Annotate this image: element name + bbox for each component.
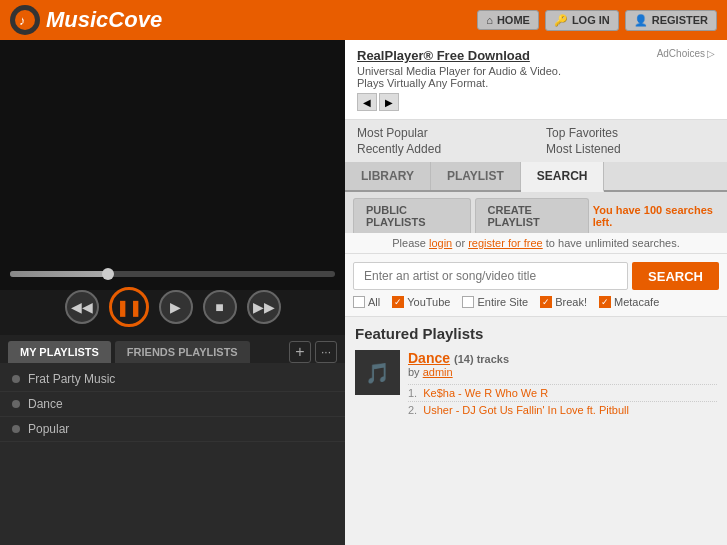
- playlist-by: by admin: [408, 366, 717, 378]
- login-button[interactable]: 🔑 LOG IN: [545, 10, 619, 31]
- filter-metacafe[interactable]: Metacafe: [599, 296, 659, 308]
- recently-added-link[interactable]: Recently Added: [357, 142, 526, 156]
- list-item[interactable]: Dance: [0, 392, 345, 417]
- controls: ◀◀ ❚❚ ▶ ■ ▶▶: [65, 281, 281, 335]
- youtube-label: YouTube: [407, 296, 450, 308]
- pause-icon: ❚❚: [116, 298, 142, 317]
- sub-tabs: PUBLIC PLAYLISTS CREATE PLAYLIST You hav…: [345, 192, 727, 233]
- main: ◀◀ ❚❚ ▶ ■ ▶▶ MY PLAYLISTS FRIENDS: [0, 40, 727, 545]
- by-label: by: [408, 366, 420, 378]
- register-button[interactable]: 👤 REGISTER: [625, 10, 717, 31]
- track-title: Usher - DJ Got Us Fallin' In Love ft. Pi…: [423, 404, 629, 416]
- playlist-name-link[interactable]: Dance: [408, 350, 450, 366]
- search-tab[interactable]: SEARCH: [521, 162, 605, 192]
- ad-title[interactable]: RealPlayer® Free Download: [357, 48, 647, 63]
- ad-nav: ◀ ▶: [357, 93, 647, 111]
- playlist-tabs: MY PLAYLISTS FRIENDS PLAYLISTS + ···: [0, 335, 345, 363]
- entire-site-label: Entire Site: [477, 296, 528, 308]
- playlist-tab[interactable]: PLAYLIST: [431, 162, 521, 190]
- metacafe-checkbox[interactable]: [599, 296, 611, 308]
- register-link[interactable]: register for free: [468, 237, 543, 249]
- ad-choices-label: AdChoices: [657, 48, 705, 59]
- next-button[interactable]: ▶▶: [247, 290, 281, 324]
- search-area: SEARCH All YouTube Entire Site Break!: [345, 254, 727, 317]
- playlist-items: Frat Party Music Dance Popular: [0, 363, 345, 446]
- register-label: REGISTER: [652, 14, 708, 26]
- create-playlist-tab[interactable]: CREATE PLAYLIST: [475, 198, 589, 233]
- stop-button[interactable]: ■: [203, 290, 237, 324]
- logo-icon: ♪: [10, 5, 40, 35]
- playlist-item-label: Dance: [28, 397, 63, 411]
- play-button[interactable]: ▶: [159, 290, 193, 324]
- home-label: HOME: [497, 14, 530, 26]
- playlist-item-label: Popular: [28, 422, 69, 436]
- dot-icon: [12, 425, 20, 433]
- list-item[interactable]: 2. Usher - DJ Got Us Fallin' In Love ft.…: [408, 401, 717, 416]
- prev-icon: ◀◀: [71, 299, 93, 315]
- svg-text:♪: ♪: [19, 13, 26, 28]
- quick-links: Most Popular Top Favorites Recently Adde…: [345, 120, 727, 162]
- featured-playlist: 🎵 Dance(14) tracks by admin 1. Ke$ha - W…: [355, 350, 717, 418]
- ad-choices[interactable]: AdChoices ▷: [657, 48, 715, 59]
- break-checkbox[interactable]: [540, 296, 552, 308]
- public-playlists-tab[interactable]: PUBLIC PLAYLISTS: [353, 198, 471, 233]
- track-title: Ke$ha - We R Who We R: [423, 387, 548, 399]
- track-number: 1.: [408, 387, 417, 399]
- entire-site-checkbox[interactable]: [462, 296, 474, 308]
- list-item[interactable]: 1. Ke$ha - We R Who We R: [408, 384, 717, 399]
- login-link[interactable]: login: [429, 237, 452, 249]
- playlist-meta: (14) tracks: [454, 353, 509, 365]
- metacafe-label: Metacafe: [614, 296, 659, 308]
- progress-track[interactable]: [10, 271, 335, 277]
- person-icon: 👤: [634, 14, 648, 27]
- list-item[interactable]: Frat Party Music: [0, 367, 345, 392]
- all-checkbox[interactable]: [353, 296, 365, 308]
- filter-youtube[interactable]: YouTube: [392, 296, 450, 308]
- my-playlists-tab[interactable]: MY PLAYLISTS: [8, 341, 111, 363]
- nav-buttons: ⌂ HOME 🔑 LOG IN 👤 REGISTER: [477, 10, 717, 31]
- key-icon: 🔑: [554, 14, 568, 27]
- stop-icon: ■: [215, 299, 223, 315]
- list-item[interactable]: Popular: [0, 417, 345, 442]
- more-playlist-button[interactable]: ···: [315, 341, 337, 363]
- track-number: 2.: [408, 404, 417, 416]
- home-icon: ⌂: [486, 14, 493, 26]
- search-input[interactable]: [353, 262, 628, 290]
- playlist-name[interactable]: Dance(14) tracks: [408, 350, 717, 366]
- filter-break[interactable]: Break!: [540, 296, 587, 308]
- ad-choices-icon: ▷: [707, 48, 715, 59]
- ad-prev-button[interactable]: ◀: [357, 93, 377, 111]
- logo-area: ♪ MusicCove: [10, 5, 162, 35]
- top-favorites-link[interactable]: Top Favorites: [546, 126, 715, 140]
- youtube-checkbox[interactable]: [392, 296, 404, 308]
- logo-text: MusicCove: [46, 7, 162, 33]
- progress-bar-container[interactable]: [0, 271, 345, 277]
- most-popular-link[interactable]: Most Popular: [357, 126, 526, 140]
- most-listened-link[interactable]: Most Listened: [546, 142, 715, 156]
- dot-icon: [12, 375, 20, 383]
- ad-content: RealPlayer® Free Download Universal Medi…: [357, 48, 647, 111]
- search-button[interactable]: SEARCH: [632, 262, 719, 290]
- featured-title: Featured Playlists: [355, 325, 717, 342]
- library-tab[interactable]: LIBRARY: [345, 162, 431, 190]
- video-screen: [0, 40, 345, 290]
- play-icon: ▶: [170, 299, 181, 315]
- playlist-tracks: 1. Ke$ha - We R Who We R 2. Usher - DJ G…: [408, 384, 717, 416]
- home-button[interactable]: ⌂ HOME: [477, 10, 539, 30]
- filter-all[interactable]: All: [353, 296, 380, 308]
- filter-entire-site[interactable]: Entire Site: [462, 296, 528, 308]
- ad-banner: RealPlayer® Free Download Universal Medi…: [345, 40, 727, 120]
- pause-button[interactable]: ❚❚: [109, 287, 149, 327]
- friends-playlists-tab[interactable]: FRIENDS PLAYLISTS: [115, 341, 250, 363]
- playlist-author-link[interactable]: admin: [423, 366, 453, 378]
- ad-next-button[interactable]: ▶: [379, 93, 399, 111]
- header: ♪ MusicCove ⌂ HOME 🔑 LOG IN 👤 REGISTER: [0, 0, 727, 40]
- playlist-section: MY PLAYLISTS FRIENDS PLAYLISTS + ··· Fra…: [0, 335, 345, 545]
- login-label: LOG IN: [572, 14, 610, 26]
- right-panel: RealPlayer® Free Download Universal Medi…: [345, 40, 727, 545]
- prev-button[interactable]: ◀◀: [65, 290, 99, 324]
- next-icon: ▶▶: [253, 299, 275, 315]
- main-tabs: LIBRARY PLAYLIST SEARCH: [345, 162, 727, 192]
- dot-icon: [12, 400, 20, 408]
- add-playlist-button[interactable]: +: [289, 341, 311, 363]
